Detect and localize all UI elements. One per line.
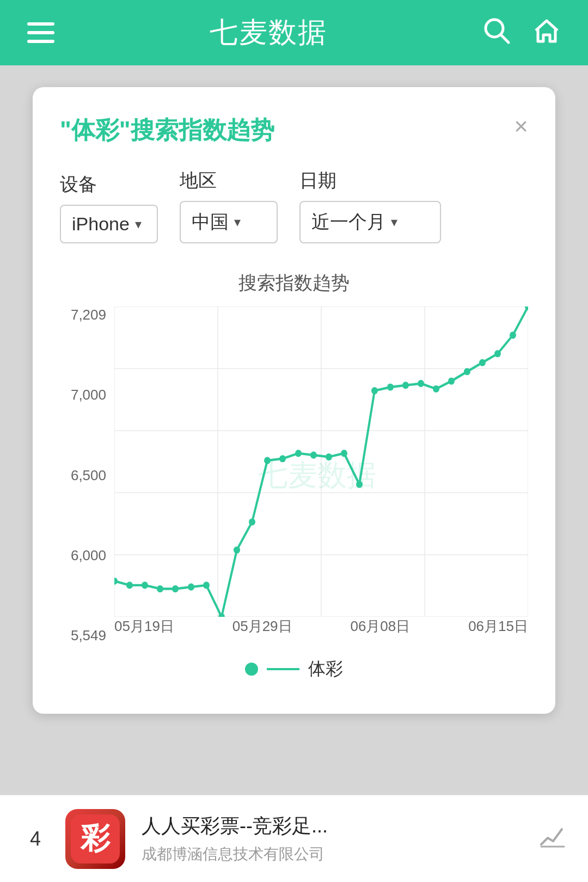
main-content: "体彩"搜索指数趋势 × 设备 iPhone ▾ 地区 中国 ▾ 日期 bbox=[0, 65, 588, 882]
modal-card: "体彩"搜索指数趋势 × 设备 iPhone ▾ 地区 中国 ▾ 日期 bbox=[33, 87, 555, 714]
modal-title: "体彩"搜索指数趋势 bbox=[60, 114, 274, 146]
svg-point-19 bbox=[203, 581, 210, 589]
app-header: 七麦数据 bbox=[0, 0, 588, 65]
svg-point-36 bbox=[464, 368, 470, 375]
chart-title: 搜索指数趋势 bbox=[60, 271, 528, 296]
close-button[interactable]: × bbox=[514, 114, 528, 138]
date-arrow: ▾ bbox=[391, 215, 397, 230]
svg-point-35 bbox=[448, 377, 455, 384]
svg-point-26 bbox=[310, 451, 317, 458]
y-label-1: 7,000 bbox=[60, 387, 114, 403]
y-label-3: 6,000 bbox=[60, 547, 114, 564]
svg-point-16 bbox=[157, 585, 163, 592]
y-label-2: 6,500 bbox=[60, 467, 114, 484]
app-icon-bg: 彩 bbox=[65, 809, 125, 869]
region-label: 地区 bbox=[180, 168, 278, 193]
svg-point-33 bbox=[418, 380, 424, 387]
chart-legend: 体彩 bbox=[60, 657, 528, 681]
y-axis: 7,209 7,000 6,500 6,000 5,549 bbox=[60, 307, 114, 644]
date-label: 日期 bbox=[299, 168, 441, 193]
y-label-0: 7,209 bbox=[60, 307, 114, 323]
date-value: 近一个月 bbox=[311, 210, 385, 235]
x-label-0: 05月19日 bbox=[114, 617, 174, 644]
svg-point-25 bbox=[295, 450, 302, 457]
region-select[interactable]: 中国 ▾ bbox=[180, 201, 278, 243]
device-value: iPhone bbox=[72, 213, 130, 235]
svg-point-39 bbox=[510, 332, 516, 339]
trend-chart-icon[interactable] bbox=[539, 823, 566, 855]
svg-point-24 bbox=[279, 455, 286, 462]
chart-area: 七麦数据 7,209 7,000 6,500 6,000 5,549 bbox=[60, 307, 528, 644]
app-title: 七麦数据 bbox=[210, 14, 327, 52]
app-name: 人人买彩票--竞彩足... bbox=[142, 813, 523, 840]
search-icon[interactable] bbox=[482, 16, 511, 49]
device-select[interactable]: iPhone ▾ bbox=[60, 205, 158, 243]
date-filter-group: 日期 近一个月 ▾ bbox=[299, 168, 441, 243]
svg-point-34 bbox=[433, 385, 439, 393]
home-icon[interactable] bbox=[532, 16, 561, 49]
svg-point-14 bbox=[126, 581, 133, 589]
line-chart-svg bbox=[114, 307, 528, 617]
x-axis: 05月19日 05月29日 06月08日 06月15日 bbox=[114, 617, 528, 644]
x-label-3: 06月15日 bbox=[468, 617, 528, 644]
date-select[interactable]: 近一个月 ▾ bbox=[299, 201, 441, 243]
filters-row: 设备 iPhone ▾ 地区 中国 ▾ 日期 近一个月 ▾ bbox=[60, 168, 528, 243]
svg-point-37 bbox=[479, 359, 486, 366]
svg-point-32 bbox=[402, 382, 409, 389]
legend-line bbox=[267, 668, 299, 670]
bottom-app-bar: 4 彩 人人买彩票--竞彩足... 成都博涵信息技术有限公司 bbox=[0, 795, 588, 882]
app-info: 人人买彩票--竞彩足... 成都博涵信息技术有限公司 bbox=[142, 813, 523, 865]
svg-point-22 bbox=[249, 518, 255, 525]
header-actions bbox=[482, 16, 561, 49]
svg-point-29 bbox=[356, 481, 363, 488]
chart-container: 搜索指数趋势 七麦数据 7,209 7,000 6,500 6,000 5,54… bbox=[60, 271, 528, 681]
legend-label: 体彩 bbox=[308, 657, 343, 681]
svg-line-1 bbox=[501, 35, 509, 42]
svg-point-13 bbox=[114, 578, 118, 585]
svg-point-15 bbox=[142, 581, 148, 589]
svg-point-31 bbox=[387, 383, 394, 390]
svg-point-18 bbox=[188, 584, 194, 591]
svg-point-38 bbox=[494, 350, 501, 357]
app-rank: 4 bbox=[22, 828, 49, 850]
svg-point-21 bbox=[234, 547, 240, 554]
svg-point-23 bbox=[264, 457, 271, 464]
app-company: 成都博涵信息技术有限公司 bbox=[142, 844, 523, 865]
legend-dot bbox=[245, 663, 258, 676]
y-label-4: 5,549 bbox=[60, 627, 114, 644]
svg-text:彩: 彩 bbox=[80, 822, 111, 854]
menu-icon[interactable] bbox=[27, 22, 54, 43]
svg-point-27 bbox=[326, 454, 332, 461]
x-label-2: 06月08日 bbox=[350, 617, 410, 644]
svg-point-17 bbox=[172, 585, 179, 592]
svg-point-28 bbox=[341, 450, 347, 457]
region-filter-group: 地区 中国 ▾ bbox=[180, 168, 278, 243]
app-icon-wrapper[interactable]: 彩 bbox=[65, 809, 125, 869]
region-value: 中国 bbox=[192, 210, 229, 235]
x-label-1: 05月29日 bbox=[232, 617, 292, 644]
device-arrow: ▾ bbox=[135, 217, 142, 232]
device-filter-group: 设备 iPhone ▾ bbox=[60, 172, 158, 243]
region-arrow: ▾ bbox=[234, 215, 241, 230]
modal-header: "体彩"搜索指数趋势 × bbox=[60, 114, 528, 146]
svg-point-30 bbox=[371, 387, 378, 394]
device-label: 设备 bbox=[60, 172, 158, 197]
